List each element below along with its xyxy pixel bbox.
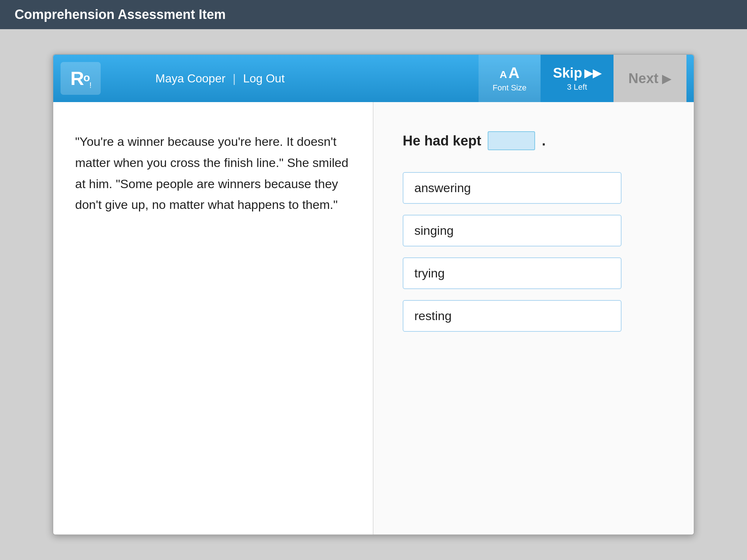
next-arrow-icon: ▶ [662,71,671,86]
font-size-label-text: Font Size [493,83,527,93]
logo-box: Ro! [61,62,101,95]
skip-button[interactable]: Skip ▶▶ 3 Left [541,55,614,102]
skip-label-text: Skip [553,65,582,81]
choice-resting[interactable]: resting [403,300,622,332]
next-label-text: Next [628,71,658,86]
answer-blank [488,131,535,150]
choices-container: answering singing trying resting [403,172,622,332]
header-controls: A A Font Size Skip ▶▶ 3 Left Next ▶ [479,55,686,102]
user-name: Maya Cooper [155,72,225,85]
skip-label-row: Skip ▶▶ [553,65,601,81]
main-wrapper: Ro! Maya Cooper | Log Out A A Font Size [0,29,747,560]
content-area: "You're a winner because you're here. It… [53,102,694,534]
question-prefix: He had kept [403,133,481,149]
logout-button[interactable]: Log Out [243,72,285,85]
page-title: Comprehension Assessment Item [15,7,226,22]
choice-singing[interactable]: singing [403,215,622,246]
nav-separator: | [233,72,236,85]
app-header: Ro! Maya Cooper | Log Out A A Font Size [53,55,694,102]
question-row: He had kept . [403,131,546,150]
app-container: Ro! Maya Cooper | Log Out A A Font Size [53,54,694,535]
top-bar: Comprehension Assessment Item [0,0,747,29]
choice-trying[interactable]: trying [403,257,622,289]
font-size-button[interactable]: A A Font Size [479,55,541,102]
passage-panel: "You're a winner because you're here. It… [53,102,374,534]
logo-text: Ro! [70,67,91,89]
skip-sublabel: 3 Left [567,82,587,92]
passage-text: "You're a winner because you're here. It… [75,131,351,215]
next-button[interactable]: Next ▶ [614,55,686,102]
font-size-label-row: A A [500,64,520,82]
skip-arrows-icon: ▶▶ [584,67,601,79]
question-period: . [542,133,546,149]
choice-answering[interactable]: answering [403,172,622,204]
user-area: Maya Cooper | Log Out [141,72,479,85]
font-size-small-a: A [500,69,507,81]
font-size-large-a: A [508,64,519,82]
question-panel: He had kept . answering singing trying r… [374,102,694,534]
logo-area: Ro! [61,62,141,95]
